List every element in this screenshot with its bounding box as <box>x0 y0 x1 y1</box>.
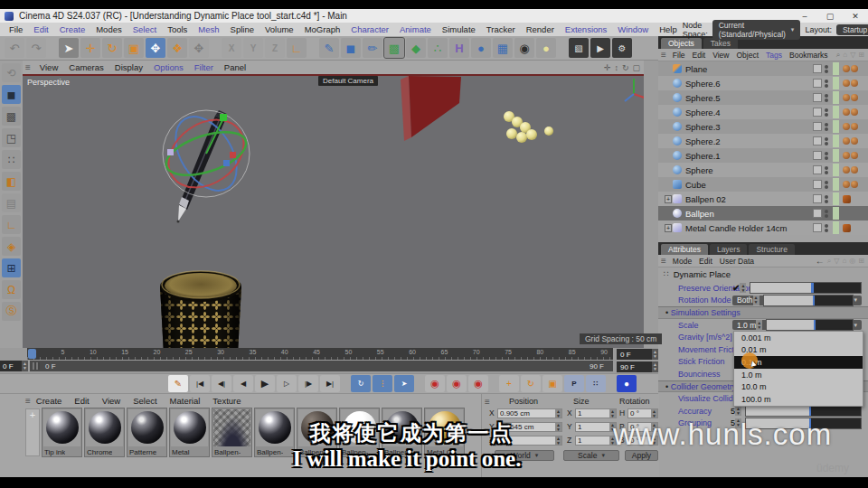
objects-menu-item[interactable]: Tags <box>762 51 786 60</box>
Sphere.2[interactable]: Sphere.2 <box>658 134 868 148</box>
menubar-item[interactable]: Volume <box>259 24 299 34</box>
menubar-item[interactable]: Render <box>521 24 560 34</box>
place-tool-icon[interactable]: ❖ <box>167 38 187 58</box>
visibility-dots-icon[interactable] <box>825 224 828 232</box>
next-frame-button[interactable]: ▷ <box>277 375 297 392</box>
home-icon[interactable]: ⌂ <box>842 257 846 265</box>
filter-icon[interactable]: ▽ <box>850 51 855 59</box>
record-param-scale-button[interactable]: ▣ <box>542 375 562 392</box>
visibility-dots-icon[interactable] <box>825 152 828 160</box>
Sphere.5[interactable]: Sphere.5 <box>658 90 868 105</box>
move-tool-icon[interactable]: ✛ <box>80 38 100 58</box>
layer-color-strip[interactable] <box>833 135 839 147</box>
keyframe-selection-button[interactable]: ∷ <box>586 375 606 392</box>
pan-view-icon[interactable]: ✛ <box>604 63 611 72</box>
scale-dropdown-option[interactable]: 1.0 m <box>734 369 863 381</box>
texture-axis-icon[interactable]: ◈ <box>2 237 21 256</box>
autokey-record-button[interactable]: ✎ <box>168 375 188 392</box>
play-button[interactable]: ▶ <box>255 375 275 392</box>
Sphere.1[interactable]: Sphere.1 <box>658 148 868 163</box>
object-tags[interactable] <box>843 195 864 203</box>
attribute-value[interactable]: 1.0 m ▲▼ <box>732 320 862 330</box>
record-position-button[interactable]: ◉ <box>425 375 445 392</box>
layout-select[interactable]: Startup <box>836 24 868 35</box>
objects-menu-item[interactable]: Bookmarks <box>786 51 832 60</box>
object-tags[interactable] <box>843 224 864 232</box>
add-keyframe-button[interactable]: + <box>499 375 519 392</box>
history-icon[interactable]: ⟲ <box>2 63 21 82</box>
view-label[interactable]: Perspective <box>27 78 70 87</box>
search-icon[interactable]: ⌕ <box>836 51 840 60</box>
menubar-item[interactable]: Character <box>345 24 394 34</box>
menubar-item[interactable]: Window <box>612 24 654 34</box>
enable-checkbox[interactable] <box>813 180 822 189</box>
layer-color-strip[interactable] <box>833 77 839 89</box>
timeline-playhead[interactable] <box>28 349 36 359</box>
enable-checkbox[interactable] <box>813 108 822 117</box>
goto-end-button[interactable]: ▶| <box>320 375 340 392</box>
visibility-dots-icon[interactable] <box>825 65 828 73</box>
range-end-spinner-icon[interactable]: ▲▼ <box>652 361 658 372</box>
attributes-menu-item[interactable]: Mode <box>669 257 695 266</box>
frame-spinner-icon[interactable]: ▲▼ <box>22 361 28 371</box>
render-view-icon[interactable]: ▧ <box>569 38 589 58</box>
attributes-tab[interactable]: Layers <box>710 244 748 255</box>
objects-menu-item[interactable]: Edit <box>689 51 710 60</box>
menubar-item[interactable]: Animate <box>394 24 437 34</box>
keyframe-presets-button[interactable]: ⋮ <box>373 375 392 392</box>
record-scale-button[interactable]: ◉ <box>468 375 488 392</box>
range-end-field[interactable]: 90 F ▲▼ <box>617 361 658 372</box>
Sphere[interactable]: Sphere <box>658 163 868 177</box>
simulate-button[interactable]: ● <box>617 375 637 392</box>
expand-toggle-icon[interactable] <box>665 224 673 232</box>
viewport-menu-item[interactable]: Panel <box>219 62 251 72</box>
objects-menu-item[interactable]: Object <box>732 51 762 60</box>
render-picture-viewer-icon[interactable]: ▶ <box>590 38 610 58</box>
current-frame-field[interactable]: 0 F ▲▼ <box>0 361 28 371</box>
toggle-view-icon[interactable]: ▢ <box>632 63 640 72</box>
object-tags[interactable] <box>843 152 864 159</box>
timeline-ruler[interactable]: 051015202530354045505560657075808590 <box>27 348 613 360</box>
menubar-item[interactable]: Select <box>127 24 162 34</box>
spinner-icon[interactable]: ▲▼ <box>753 296 760 305</box>
floor-icon[interactable]: ▦ <box>493 38 513 58</box>
redo-icon[interactable]: ↷ <box>26 38 46 58</box>
Sphere.3[interactable]: Sphere.3 <box>658 119 868 134</box>
object-tags[interactable] <box>843 80 864 87</box>
menubar-item[interactable]: Mesh <box>193 24 224 34</box>
attributes-menu-item[interactable]: Edit <box>695 257 716 266</box>
spinner-icon[interactable]: ▲▼ <box>555 409 561 418</box>
Tip ink[interactable]: Tip ink <box>42 408 82 457</box>
menubar-item[interactable]: File <box>4 24 28 34</box>
objects-tab[interactable]: Takes <box>703 38 738 49</box>
visibility-dots-icon[interactable] <box>825 137 828 145</box>
filter-icon[interactable]: ▽ <box>834 257 839 265</box>
points-mode-icon[interactable]: ∷ <box>2 150 21 169</box>
enable-checkbox[interactable] <box>813 93 822 102</box>
layer-color-strip[interactable] <box>833 164 839 176</box>
value-slider[interactable] <box>763 295 854 306</box>
z-axis-lock-icon[interactable]: Z <box>265 38 285 58</box>
edges-mode-icon[interactable]: ◧ <box>2 172 21 191</box>
object-tags[interactable] <box>843 181 864 188</box>
enable-checkbox[interactable] <box>813 194 822 203</box>
material-menu-item[interactable]: Edit <box>74 396 96 406</box>
scale-dropdown-option[interactable]: 100.0 m <box>734 393 863 406</box>
layer-color-strip[interactable] <box>833 192 839 205</box>
light-icon[interactable]: ● <box>536 38 556 58</box>
add-material-button[interactable]: + <box>25 408 40 456</box>
goto-start-button[interactable]: |◀ <box>190 375 210 392</box>
viewport-burger-icon[interactable]: ≡ <box>25 62 31 72</box>
visibility-dots-icon[interactable] <box>825 80 828 88</box>
visibility-dots-icon[interactable] <box>825 94 828 102</box>
polygons-mode-icon[interactable]: ▤ <box>2 193 21 212</box>
spline-pen-icon[interactable]: ✎ <box>319 38 339 58</box>
snap-magnet-icon[interactable]: Ω <box>2 280 21 299</box>
menubar-item[interactable]: Tracker <box>481 24 521 34</box>
menubar-item[interactable]: Modes <box>90 24 127 34</box>
record-rotation-button[interactable]: ◉ <box>447 375 467 392</box>
attribute-value[interactable]: Both ▲▼ <box>732 296 862 305</box>
objects-burger-icon[interactable]: ≡ <box>661 50 666 60</box>
rotate-view-icon[interactable]: ↻ <box>622 63 629 72</box>
viewport-menu-item[interactable]: Options <box>148 62 189 72</box>
